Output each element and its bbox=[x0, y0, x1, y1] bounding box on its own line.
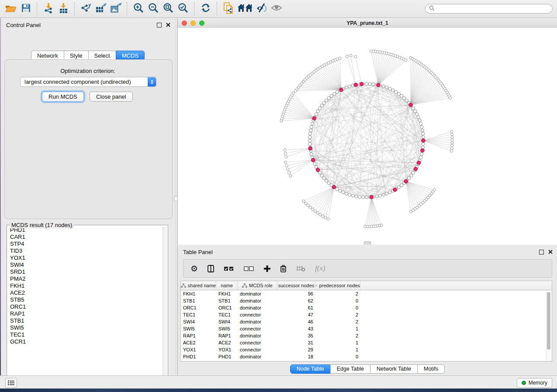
table-row[interactable]: RAP1RAP1dominator352 bbox=[181, 332, 552, 339]
mcds-result-item[interactable]: TEC1 bbox=[8, 331, 163, 338]
table-cell[interactable]: dominator bbox=[238, 353, 277, 360]
table-cell[interactable]: STB1 bbox=[181, 297, 216, 304]
table-cell[interactable]: 35 bbox=[277, 332, 315, 339]
create-column-plus-icon[interactable] bbox=[264, 265, 270, 272]
column-header-name[interactable]: name bbox=[216, 281, 238, 290]
mcds-result-item[interactable]: STB5 bbox=[8, 296, 163, 303]
zoom-selected-button[interactable] bbox=[176, 2, 190, 16]
table-cell[interactable]: YOX1 bbox=[181, 346, 216, 353]
mcds-result-item[interactable]: SWI5 bbox=[8, 324, 163, 331]
mcds-result-item[interactable]: STB1 bbox=[8, 317, 163, 324]
tab-motifs[interactable]: Motifs bbox=[417, 364, 445, 374]
table-cell[interactable]: 2 bbox=[315, 290, 360, 297]
table-cell[interactable]: ACE2 bbox=[216, 339, 238, 346]
home-pages-button[interactable] bbox=[236, 2, 254, 16]
column-header-shared-name[interactable]: shared name bbox=[181, 281, 216, 290]
table-cell[interactable]: 2 bbox=[315, 318, 360, 325]
table-cell[interactable]: 0 bbox=[315, 304, 360, 311]
table-cell[interactable]: SWI5 bbox=[216, 325, 238, 332]
table-cell[interactable]: 18 bbox=[277, 353, 315, 360]
table-cell[interactable]: 1 bbox=[315, 346, 360, 353]
select-all-rows-icon[interactable] bbox=[224, 266, 234, 271]
table-cell[interactable]: dominator bbox=[238, 332, 277, 339]
deselect-all-rows-icon[interactable] bbox=[244, 266, 254, 271]
table-cell[interactable]: connector bbox=[238, 325, 277, 332]
save-session-button[interactable] bbox=[18, 2, 33, 16]
zoom-fit-button[interactable] bbox=[161, 2, 176, 16]
table-cell[interactable]: RAP1 bbox=[216, 332, 238, 339]
zoom-in-button[interactable] bbox=[131, 2, 146, 16]
table-row[interactable]: SWI4SWI4dominator462 bbox=[181, 318, 552, 325]
mcds-result-item[interactable]: FKH1 bbox=[8, 282, 163, 289]
table-cell[interactable]: dominator bbox=[238, 318, 277, 325]
table-cell[interactable]: SWI5 bbox=[181, 325, 216, 332]
table-cell[interactable]: 2 bbox=[315, 332, 360, 339]
mcds-result-item[interactable]: ORC1 bbox=[8, 303, 163, 310]
search-input[interactable] bbox=[437, 5, 549, 12]
mcds-result-item[interactable]: GCR1 bbox=[8, 338, 163, 345]
table-cell[interactable]: ORC1 bbox=[181, 304, 216, 311]
float-panel-icon[interactable] bbox=[539, 250, 544, 254]
close-panel-button[interactable]: Close panel bbox=[90, 92, 133, 102]
table-row[interactable]: TEC1TEC1connector472 bbox=[181, 311, 552, 318]
show-eye-button[interactable] bbox=[269, 2, 284, 16]
column-header-mcds-role[interactable]: MCDS role bbox=[238, 281, 277, 290]
table-cell[interactable]: 61 bbox=[277, 304, 315, 311]
table-cell[interactable]: 43 bbox=[277, 325, 315, 332]
table-cell[interactable]: dominator bbox=[238, 297, 277, 304]
table-cell[interactable]: 31 bbox=[277, 339, 315, 346]
table-cell[interactable]: YOX1 bbox=[216, 346, 238, 353]
table-cell[interactable]: 29 bbox=[277, 346, 315, 353]
float-panel-icon[interactable] bbox=[157, 23, 162, 28]
mcds-result-item[interactable]: CAR1 bbox=[8, 234, 163, 241]
close-panel-icon[interactable] bbox=[166, 21, 170, 29]
network-split-grip[interactable] bbox=[364, 241, 371, 244]
hide-annotations-button[interactable] bbox=[254, 2, 269, 16]
table-cell[interactable]: TEC1 bbox=[216, 311, 238, 318]
zoom-out-button[interactable] bbox=[146, 2, 161, 16]
import-network-button[interactable] bbox=[41, 2, 56, 16]
mcds-result-item[interactable]: ACE2 bbox=[8, 289, 163, 296]
column-header-predecessor-nodes[interactable]: predecessor nodes bbox=[315, 281, 360, 290]
column-visibility-icon[interactable] bbox=[208, 265, 214, 272]
result-list-scrollbar[interactable] bbox=[163, 227, 167, 382]
table-cell[interactable]: 47 bbox=[277, 311, 315, 318]
tab-network-table[interactable]: Network Table bbox=[370, 364, 418, 374]
table-cell[interactable]: SWI4 bbox=[216, 318, 238, 325]
mcds-result-item[interactable]: RAP1 bbox=[8, 310, 163, 317]
export-table-button[interactable] bbox=[93, 2, 108, 16]
mcds-result-item[interactable]: SRD1 bbox=[8, 268, 163, 275]
table-cell[interactable]: 0 bbox=[315, 353, 360, 360]
table-cell[interactable]: dominator bbox=[238, 304, 277, 311]
table-cell[interactable]: 62 bbox=[277, 297, 315, 304]
network-canvas[interactable] bbox=[178, 28, 557, 244]
table-cell[interactable]: connector bbox=[238, 346, 277, 353]
mcds-result-item[interactable]: PMA2 bbox=[8, 275, 163, 282]
table-cell[interactable]: 2 bbox=[315, 311, 360, 318]
table-cell[interactable]: TEC1 bbox=[181, 311, 216, 318]
table-cell[interactable]: STB1 bbox=[216, 297, 238, 304]
memory-button[interactable]: Memory bbox=[517, 378, 552, 388]
table-cell[interactable]: RAP1 bbox=[181, 332, 216, 339]
tab-edge-table[interactable]: Edge Table bbox=[330, 364, 370, 374]
close-panel-icon[interactable] bbox=[548, 248, 553, 256]
optimization-criterion-select[interactable]: largest connected component (undirected) bbox=[20, 77, 156, 87]
table-cell[interactable]: PHD1 bbox=[216, 353, 238, 360]
table-row[interactable]: FKH1FKH1dominator962 bbox=[181, 290, 552, 297]
table-row[interactable]: PHD1PHD1dominator180 bbox=[181, 353, 552, 360]
table-cell[interactable]: connector bbox=[238, 339, 277, 346]
network-from-clipboard-button[interactable] bbox=[221, 2, 236, 16]
mcds-result-item[interactable]: STP4 bbox=[8, 241, 163, 248]
delete-column-trash-icon[interactable] bbox=[280, 265, 287, 272]
table-cell[interactable]: SWI4 bbox=[181, 318, 216, 325]
table-cell[interactable]: 96 bbox=[277, 290, 315, 297]
table-scrollbar[interactable] bbox=[546, 290, 551, 361]
table-row[interactable]: YOX1YOX1connector291 bbox=[181, 346, 552, 353]
table-cell[interactable]: FKH1 bbox=[216, 290, 238, 297]
table-row[interactable]: ORC1ORC1dominator610 bbox=[181, 304, 552, 311]
table-cell[interactable]: FKH1 bbox=[181, 290, 216, 297]
table-row[interactable]: SWI5SWI5connector431 bbox=[181, 325, 552, 332]
table-row[interactable]: ACE2ACE2connector311 bbox=[181, 339, 552, 346]
network-titlebar[interactable]: YPA_prune.txt_1 bbox=[178, 18, 557, 28]
table-cell[interactable]: 46 bbox=[277, 318, 315, 325]
